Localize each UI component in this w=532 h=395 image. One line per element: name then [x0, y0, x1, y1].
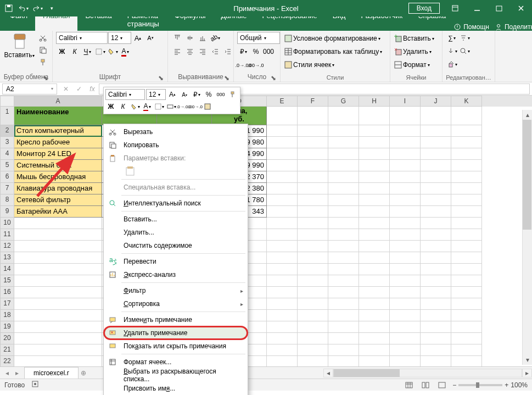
border-icon[interactable]: ▾ [94, 46, 106, 58]
cell-A10[interactable] [14, 218, 102, 229]
italic-icon[interactable]: К [69, 46, 81, 58]
enter-formula-icon[interactable]: ✓ [72, 84, 86, 94]
cell-J3[interactable] [421, 137, 451, 148]
cell-J11[interactable] [421, 229, 451, 241]
insert-cells-button[interactable]: Вставить▾ [394, 32, 434, 45]
cell-H13[interactable] [359, 252, 390, 264]
cell-A8[interactable]: Сетевой фильтр [14, 194, 102, 206]
autosum-icon[interactable]: ∑▾ [446, 32, 458, 44]
cell-E18[interactable] [267, 310, 298, 321]
cell-E22[interactable] [267, 356, 298, 366]
add-sheet-icon[interactable]: ⊕ [79, 368, 88, 378]
cell-H7[interactable] [359, 183, 390, 194]
ctx-delete-comment[interactable]: Удалить примечание [104, 326, 248, 340]
cell-J17[interactable] [421, 298, 451, 310]
row-header-7[interactable]: 7 [0, 183, 14, 194]
cell-H1[interactable] [359, 107, 390, 125]
cell-H5[interactable] [359, 160, 390, 171]
cell-A7[interactable]: Клавиатура проводная [14, 183, 102, 194]
cell-G1[interactable] [328, 107, 359, 125]
cell-H15[interactable] [359, 275, 390, 287]
cell-I9[interactable] [390, 206, 421, 218]
share-button[interactable]: Поделиться [495, 23, 532, 31]
cell-G20[interactable] [328, 333, 359, 344]
cell-F4[interactable] [298, 148, 328, 160]
cell-H17[interactable] [359, 298, 390, 310]
sort-filter-icon[interactable]: ▾ [458, 32, 471, 44]
bold-icon[interactable]: Ж [56, 46, 68, 58]
cell-A3[interactable]: Кресло рабочее [14, 137, 102, 148]
cell-F1[interactable] [298, 107, 328, 125]
cell-I16[interactable] [390, 287, 421, 298]
cell-J18[interactable] [421, 310, 451, 321]
cell-A11[interactable] [14, 229, 102, 241]
mini-percent-icon[interactable]: % [203, 89, 214, 100]
row-header-6[interactable]: 6 [0, 171, 14, 183]
cell-G8[interactable] [328, 194, 359, 206]
cell-E3[interactable] [267, 137, 298, 148]
page-break-icon[interactable] [436, 380, 448, 390]
mini-font-combo[interactable]: Calibri▾ [105, 89, 145, 100]
cell-I13[interactable] [390, 252, 421, 264]
ctx-edit-comment[interactable]: Изменить примечание [104, 313, 248, 326]
col-header-A[interactable]: A [14, 96, 102, 107]
cell-I14[interactable] [390, 264, 421, 275]
cell-F11[interactable] [298, 229, 328, 241]
cell-E2[interactable] [267, 125, 298, 137]
fill-color-icon[interactable]: ▾ [107, 46, 119, 58]
cell-A21[interactable] [14, 344, 102, 356]
vertical-scrollbar[interactable]: ▴ ▾ [522, 110, 532, 365]
font-size-combo[interactable]: 12▾ [108, 32, 131, 44]
cell-K17[interactable] [451, 298, 482, 310]
cell-E21[interactable] [267, 344, 298, 356]
cell-A19[interactable] [14, 321, 102, 333]
cell-I22[interactable] [390, 356, 421, 366]
cell-E5[interactable] [267, 160, 298, 171]
cell-J7[interactable] [421, 183, 451, 194]
cell-G11[interactable] [328, 229, 359, 241]
cell-K9[interactable] [451, 206, 482, 218]
cell-K11[interactable] [451, 229, 482, 241]
cell-A2[interactable]: Стол компьютерный [14, 125, 102, 137]
cell-A9[interactable]: Батарейки AAA [14, 206, 102, 218]
increase-indent-icon[interactable] [222, 46, 234, 58]
cell-K5[interactable] [451, 160, 482, 171]
mini-currency-icon[interactable]: ₽▾ [191, 89, 202, 100]
cell-K20[interactable] [451, 333, 482, 344]
mini-size-combo[interactable]: 12▾ [146, 89, 166, 100]
cell-I6[interactable] [390, 171, 421, 183]
cell-G5[interactable] [328, 160, 359, 171]
cell-I10[interactable] [390, 218, 421, 229]
cell-H18[interactable] [359, 310, 390, 321]
cell-G3[interactable] [328, 137, 359, 148]
orientation-icon[interactable]: ab▾ [209, 32, 221, 44]
cell-F7[interactable] [298, 183, 328, 194]
row-header-21[interactable]: 21 [0, 344, 14, 356]
cell-G2[interactable] [328, 125, 359, 137]
align-top-icon[interactable] [171, 32, 183, 44]
format-cells-button[interactable]: Формат▾ [394, 58, 430, 71]
mini-bold-icon[interactable]: Ж [105, 101, 116, 112]
cell-E14[interactable] [267, 264, 298, 275]
col-header-E[interactable]: E [267, 96, 298, 107]
ctx-delete[interactable]: Удалить... [104, 226, 248, 239]
currency-icon[interactable]: ₽▾ [237, 46, 249, 58]
cell-F13[interactable] [298, 252, 328, 264]
cut-icon[interactable] [37, 32, 49, 44]
number-launcher[interactable]: ⬊ [270, 74, 277, 81]
cell-A20[interactable] [14, 333, 102, 344]
row-header-17[interactable]: 17 [0, 298, 14, 310]
fx-icon[interactable]: fx [86, 84, 99, 94]
cell-H3[interactable] [359, 137, 390, 148]
cell-G13[interactable] [328, 252, 359, 264]
decrease-indent-icon[interactable] [209, 46, 221, 58]
mini-italic-icon[interactable]: К [117, 101, 128, 112]
cell-A13[interactable] [14, 252, 102, 264]
cell-I12[interactable] [390, 241, 421, 252]
mini-dec-dec-icon[interactable]: .00→.0 [190, 101, 201, 112]
mini-comma-icon[interactable]: 000 [215, 89, 226, 100]
row-header-19[interactable]: 19 [0, 321, 14, 333]
align-launcher[interactable]: ⬊ [223, 74, 230, 81]
cell-E7[interactable] [267, 183, 298, 194]
ctx-pick-from-list[interactable]: Выбрать из раскрывающегося списка... [104, 369, 248, 382]
